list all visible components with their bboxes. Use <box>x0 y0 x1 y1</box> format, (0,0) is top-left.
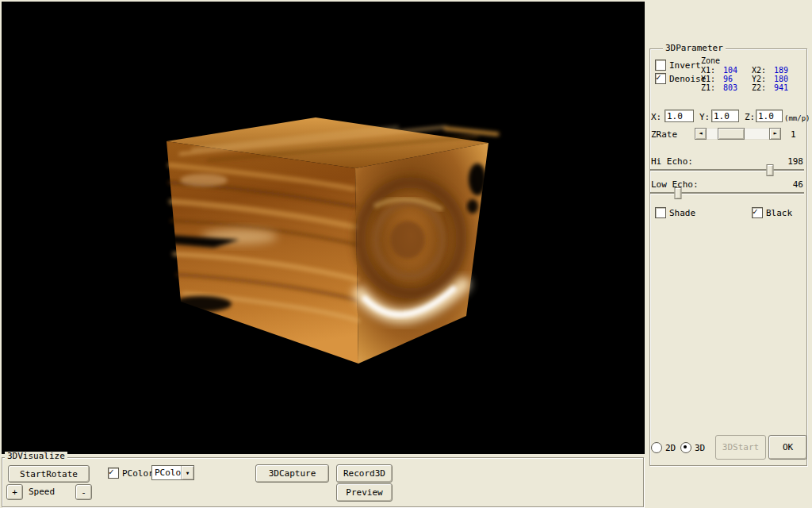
hi-echo-slider-track[interactable] <box>650 169 804 171</box>
3dstart-button[interactable]: 3DStart <box>715 435 766 460</box>
low-echo-slider[interactable] <box>650 187 804 199</box>
visualize-group-title: 3DVisualize <box>5 452 67 461</box>
mode-2d-radio[interactable]: 2D <box>651 442 676 453</box>
pcolor-dropdown[interactable]: PColor ▼ <box>151 465 194 480</box>
shade-checkbox-label: Shade <box>669 208 695 218</box>
shade-checkbox[interactable]: ✓ Shade <box>655 207 695 218</box>
pcolor-checkbox-label: PColor <box>122 468 154 479</box>
zone-z2-label: Z2: <box>752 84 766 92</box>
zone-y2-label: Y2: <box>752 75 766 83</box>
zone-y1-label: Y1: <box>701 75 715 83</box>
scale-x-input[interactable] <box>665 110 694 122</box>
invert-checkbox-label: Invert <box>669 60 701 71</box>
zrate-scrollbar-track[interactable] <box>707 128 769 140</box>
radio-dot <box>684 445 687 448</box>
check-icon: ✓ <box>109 468 114 477</box>
zone-z1-label: Z1: <box>701 84 715 92</box>
dropdown-arrow-button[interactable]: ▼ <box>181 466 193 479</box>
zone-x2-value: 189 <box>774 67 788 75</box>
zone-y2-value: 180 <box>774 75 788 83</box>
zrate-scrollbar[interactable]: ◄ ► <box>695 128 781 140</box>
black-checkbox[interactable]: ✓ Black <box>752 207 792 218</box>
scale-y-input[interactable] <box>711 110 739 122</box>
scale-z-label: Z: <box>745 112 755 122</box>
invert-checkbox-box[interactable]: ✓ <box>655 60 666 71</box>
speed-plus-button[interactable]: + <box>6 484 23 500</box>
speed-label: Speed <box>29 487 55 497</box>
scale-z-input[interactable] <box>756 110 783 122</box>
preview-button[interactable]: Preview <box>336 483 393 502</box>
zone-x1-value: 104 <box>723 67 737 75</box>
zrate-value: 1 <box>791 129 796 140</box>
start-rotate-button[interactable]: StartRotate <box>8 465 90 483</box>
zone-z2-value: 941 <box>774 84 788 92</box>
scroll-left-button[interactable]: ◄ <box>695 128 707 140</box>
arrow-left-icon: ◄ <box>699 131 702 137</box>
zrate-scrollbar-thumb[interactable] <box>718 128 745 140</box>
ok-button[interactable]: OK <box>768 435 807 460</box>
volume-render <box>2 2 645 454</box>
scale-x-label: X: <box>651 112 661 122</box>
black-checkbox-box[interactable]: ✓ <box>752 207 763 218</box>
check-icon: ✓ <box>753 207 758 217</box>
3dcapture-button[interactable]: 3DCapture <box>255 464 329 483</box>
app-window: 3DParameter ✓ Invert ✓ Denoise Zone X1: … <box>0 0 812 508</box>
zone-z1-value: 803 <box>723 84 737 92</box>
chevron-down-icon: ▼ <box>186 471 190 475</box>
hi-echo-slider[interactable] <box>650 164 804 176</box>
black-checkbox-label: Black <box>766 208 792 218</box>
record3d-button[interactable]: Record3D <box>336 464 393 483</box>
pcolor-dropdown-value: PColor <box>152 467 181 479</box>
scroll-right-button[interactable]: ► <box>769 128 781 140</box>
mode-3d-radio-button[interactable] <box>680 442 691 453</box>
denoise-checkbox[interactable]: ✓ Denoise <box>655 73 706 84</box>
denoise-checkbox-box[interactable]: ✓ <box>655 73 666 84</box>
pcolor-checkbox-box[interactable]: ✓ <box>108 468 119 479</box>
mode-2d-radio-button[interactable] <box>651 442 662 453</box>
arrow-right-icon: ► <box>773 131 776 137</box>
mode-3d-radio[interactable]: 3D <box>680 442 705 453</box>
invert-checkbox[interactable]: ✓ Invert <box>655 60 701 71</box>
zone-x2-label: X2: <box>752 67 766 75</box>
3d-viewport[interactable] <box>2 2 645 454</box>
check-icon: ✓ <box>656 73 661 83</box>
parameter-group-title: 3DParameter <box>663 44 726 53</box>
speed-minus-button[interactable]: - <box>75 484 92 500</box>
scale-y-label: Y: <box>699 112 710 122</box>
mode-3d-label: 3D <box>695 443 705 453</box>
zrate-label: ZRate <box>651 129 677 140</box>
zone-title: Zone <box>701 57 720 65</box>
pcolor-checkbox[interactable]: ✓ PColor <box>108 468 154 479</box>
low-echo-slider-thumb[interactable] <box>674 187 681 199</box>
zone-x1-label: X1: <box>701 67 715 75</box>
low-echo-slider-track[interactable] <box>650 192 804 194</box>
scale-unit-label: (mm/p) <box>784 114 810 124</box>
hi-echo-slider-thumb[interactable] <box>766 164 773 176</box>
mode-2d-label: 2D <box>665 443 676 453</box>
shade-checkbox-box[interactable]: ✓ <box>655 207 666 218</box>
zone-y1-value: 96 <box>723 75 733 83</box>
